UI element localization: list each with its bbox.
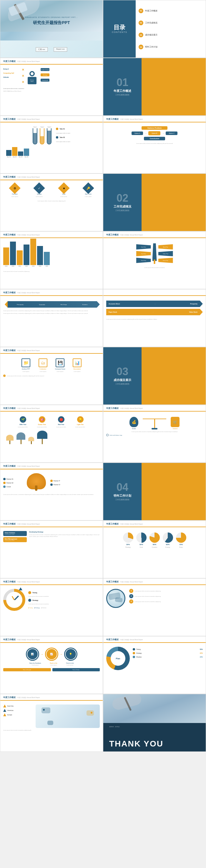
slide-20: 年度工作概述 年度工作报告 Annual Work Report 30% Str… xyxy=(103,521,206,578)
slide-20-content: 30% Strategy 50% Goal 80% Creative xyxy=(103,527,206,578)
slide-6-sub: 年度工作报告 Annual Work Report xyxy=(120,118,143,120)
section02-right xyxy=(141,174,206,231)
slide-7-title: 年度工作概述 xyxy=(3,176,16,179)
slide-20-sub: 年度工作报告 Annual Work Report xyxy=(120,523,143,525)
slide-19: 年度工作概述 年度工作报告 Annual Work Report Glean S… xyxy=(0,521,103,578)
slide-10-content: One Part Two Part Third Part xyxy=(103,238,206,289)
slide-7-header: 年度工作概述 年度工作报告 Annual Work Report xyxy=(0,174,103,180)
menu-num-3: 03 xyxy=(138,33,143,37)
slide-9-title: 年度工作概述 xyxy=(3,234,16,236)
slide-22-sub: 年度工作报告 Annual Work Report xyxy=(120,581,143,583)
slide-section-01: 01 年度工作概述 工作完成情况报告 xyxy=(103,58,206,116)
slide-3-header: 年度工作概述 年度工作报告 Annual Work Report xyxy=(0,58,103,65)
section04-title: 明年工作计划 xyxy=(113,494,131,498)
slide-15: 年度工作概述 年度工作报告 Annual Work Report 🌱 Offer… xyxy=(0,405,103,463)
slides-grid: GRADUATE STUDENTS OPENING REPORT PPT... … xyxy=(0,0,206,752)
menu-item-4: 04 明年工作计划 xyxy=(138,44,203,49)
slide-12-header xyxy=(103,289,206,296)
section03-sub: 工作完成情况报告 xyxy=(115,383,129,385)
slide-6-content: Options Problem Option A → Option B → Op… xyxy=(103,122,206,173)
section01-title: 年度工作概述 xyxy=(113,89,131,93)
slide-15-sub: 年度工作报告 Annual Work Report xyxy=(17,407,40,409)
section02-title: 工作完成情况 xyxy=(113,205,131,209)
slide-24: 年度工作概述 年度工作报告 Annual Work Report Plan xyxy=(103,636,206,694)
info-box-2: Report xxx xyxy=(54,47,68,52)
slide-10-sub: 年度工作报告 Annual Work Report xyxy=(120,234,143,236)
section03-left: 03 成功项目展示 工作完成情况报告 xyxy=(103,347,141,404)
slide-19-title: 年度工作概述 xyxy=(3,523,16,525)
slide-21-content: Timing Lorem ipsum dolor sit amet consec… xyxy=(0,585,103,636)
slide-20-title: 年度工作概述 xyxy=(106,523,119,525)
slide-22-content: ① Lorem ipsum dolor sit amet consectetur… xyxy=(103,585,206,636)
menu-item-2: 02 工作完成情况 xyxy=(138,21,203,25)
slide-17-title: 年度工作概述 xyxy=(3,465,16,468)
slide-24-title: 年度工作概述 xyxy=(106,638,119,641)
slide-25: 年度工作概述 年度工作报告 Annual Work Report East As… xyxy=(0,694,103,752)
slide-23-title: 年度工作概述 xyxy=(3,638,16,641)
menu-text-3: 成功项目展示 xyxy=(145,33,157,36)
section01-sub: 工作完成情况报告 xyxy=(115,94,129,96)
section01-left: 01 年度工作概述 工作完成情况报告 xyxy=(103,58,141,115)
contents-left-panel: 目录 CONTENTS xyxy=(103,0,136,58)
menu-text-4: 明年工作计划 xyxy=(145,45,157,49)
slide-24-sub: 年度工作报告 Annual Work Report xyxy=(120,639,143,641)
thankyou-main: THANK YOU xyxy=(109,739,163,748)
menu-num-1: 01 xyxy=(138,8,143,13)
slide-3-title: 年度工作概述 xyxy=(3,60,16,63)
slide-cover: GRADUATE STUDENTS OPENING REPORT PPT... … xyxy=(0,0,103,58)
menu-text-2: 工作完成情况 xyxy=(145,22,157,24)
slide-6-title: 年度工作概述 xyxy=(106,118,119,121)
slide-11-header: 年度工作概述 年度工作报告 Annual Work Report xyxy=(0,289,103,296)
slide-23-header: 年度工作概述 年度工作报告 Annual Work Report xyxy=(0,637,103,643)
slide-22-header: 年度工作概述 年度工作报告 Annual Work Report xyxy=(103,579,206,585)
slide-7-content: ⚙ Function Lorem ipsum ✓ Quality Lorem i… xyxy=(0,180,103,231)
slide-thankyou: 感谢聆听，批评指正 THANK YOU xyxy=(103,694,206,752)
slide-22-title: 年度工作概述 xyxy=(106,580,119,583)
slide-22: 年度工作概述 年度工作报告 Annual Work Report xyxy=(103,578,206,636)
slide-3: 年度工作概述 年度工作报告 Annual Work Report Doing I… xyxy=(0,58,103,116)
slide-25-sub: 年度工作报告 Annual Work Report xyxy=(17,696,40,698)
contents-en-text: CONTENTS xyxy=(112,31,127,33)
slide-23: 年度工作概述 年度工作报告 Annual Work Report 📊 → 📈 → xyxy=(0,636,103,694)
slide-3-content: Doing It Competing Self Attitude ✕ ✕ ✕ xyxy=(0,65,103,115)
slide-23-sub: 年度工作报告 Annual Work Report xyxy=(17,639,40,641)
slide-3-sub: 年度工作报告 Annual Work Report xyxy=(17,60,40,62)
slide-10-title: 年度工作概述 xyxy=(106,234,119,236)
slide-11: 年度工作概述 年度工作报告 Annual Work Report Photogr… xyxy=(0,289,103,347)
slide-15-content: 🌱 Offer Test Lorem ipsum dolor 🎯 Guess T… xyxy=(0,411,103,462)
slide-25-header: 年度工作概述 年度工作报告 Annual Work Report xyxy=(0,694,103,701)
section02-sub: 工作完成情况报告 xyxy=(115,209,129,212)
slide-16-content: 💰 Goals 🛒 Action xyxy=(103,411,206,462)
menu-text-1: 年度工作概述 xyxy=(145,9,157,12)
slide-9-content: 2019 2020 2021 2022 xyxy=(0,238,103,289)
slide-11-sub: 年度工作报告 Annual Work Report xyxy=(17,292,40,293)
slide-15-title: 年度工作概述 xyxy=(3,407,16,410)
info-box-1: 汇报 xxx xyxy=(35,47,48,52)
section04-right xyxy=(141,463,206,520)
cover-bottom: 汇报 xxx Report xxx xyxy=(35,47,67,52)
section02-num: 02 xyxy=(117,193,128,204)
slide-7: 年度工作概述 年度工作报告 Annual Work Report ⚙ Funct… xyxy=(0,174,103,231)
slide-24-header: 年度工作概述 年度工作报告 Annual Work Report xyxy=(103,637,206,643)
slide-17-content: Partner 01 Partner 02 Crowd xyxy=(0,469,103,520)
slide-6: 年度工作概述 年度工作报告 Annual Work Report Options… xyxy=(103,116,206,174)
menu-item-3: 03 成功项目展示 xyxy=(138,33,203,37)
section04-num: 04 xyxy=(117,482,128,493)
slide-19-header: 年度工作概述 年度工作报告 Annual Work Report xyxy=(0,521,103,527)
slide-10: 年度工作概述 年度工作报告 Annual Work Report One Par… xyxy=(103,231,206,289)
section03-num: 03 xyxy=(117,366,128,377)
menu-item-1: 01 年度工作概述 xyxy=(138,8,203,13)
slide-13-content: 📁 Archive PPT Lorem ipsum 🗂 Collection L… xyxy=(0,354,103,404)
slide-6-header: 年度工作概述 年度工作报告 Annual Work Report xyxy=(103,116,206,122)
slide-25-title: 年度工作概述 xyxy=(3,696,16,699)
thankyou-sub: 感谢聆听，批评指正 xyxy=(109,726,200,727)
slide-5-content: Tube 1 Tube 2 xyxy=(0,122,103,173)
slide-21-sub: 年度工作报告 Annual Work Report xyxy=(17,581,40,583)
cover-subtitle: GRADUATE STUDENTS OPENING REPORT PPT... xyxy=(25,17,78,18)
section01-right xyxy=(141,58,206,115)
slide-9: 年度工作概述 年度工作报告 Annual Work Report 2019 20… xyxy=(0,231,103,289)
slide-17: 年度工作概述 年度工作报告 Annual Work Report Partner… xyxy=(0,463,103,521)
slide-24-content: Plan Timing 55% Strategy 22% xyxy=(103,643,206,694)
slide-11-title: 年度工作概述 xyxy=(3,291,16,294)
slide-contents: 目录 CONTENTS 01 年度工作概述 02 工作完成情况 03 成功项目展… xyxy=(103,0,206,58)
